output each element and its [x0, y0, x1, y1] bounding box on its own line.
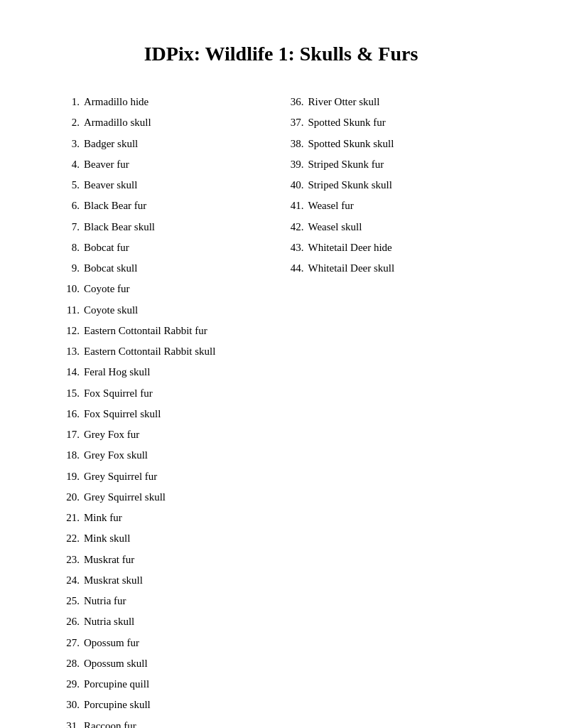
list-item: 25. Nutria fur	[57, 593, 281, 609]
item-text: Bobcat fur	[84, 240, 281, 256]
item-text: Black Bear fur	[84, 198, 281, 214]
list-item: 23. Muskrat fur	[57, 552, 281, 568]
item-number: 39.	[281, 156, 304, 173]
item-text: Striped Skunk skull	[308, 177, 506, 193]
item-number: 3.	[57, 136, 80, 152]
item-text: Bobcat skull	[84, 260, 281, 277]
item-text: Eastern Cottontail Rabbit fur	[84, 323, 281, 339]
item-text: Spotted Skunk skull	[308, 136, 506, 152]
list-item: 29. Porcupine quill	[57, 676, 281, 692]
item-text: Fox Squirrel fur	[84, 385, 281, 402]
item-number: 20.	[57, 489, 80, 505]
item-number: 23.	[57, 552, 80, 568]
item-text: Grey Squirrel fur	[84, 469, 281, 485]
item-text: Feral Hog skull	[84, 364, 281, 380]
item-text: Whitetail Deer hide	[308, 240, 506, 256]
item-text: Striped Skunk fur	[308, 156, 506, 173]
list-item: 36. River Otter skull	[281, 94, 506, 110]
item-text: Porcupine skull	[84, 697, 281, 713]
item-number: 26.	[57, 614, 80, 630]
item-text: Opossum skull	[84, 655, 281, 672]
item-text: Opossum fur	[84, 635, 281, 651]
item-text: Grey Squirrel skull	[84, 489, 281, 505]
list-item: 6. Black Bear fur	[57, 198, 281, 214]
right-column: 36. River Otter skull 37. Spotted Skunk …	[281, 94, 506, 728]
list-container: 1. Armadillo hide 2. Armadillo skull 3. …	[57, 94, 505, 728]
item-number: 7.	[57, 219, 80, 235]
list-item: 20. Grey Squirrel skull	[57, 489, 281, 505]
list-item: 5. Beaver skull	[57, 177, 281, 193]
item-number: 41.	[281, 198, 304, 214]
list-item: 13. Eastern Cottontail Rabbit skull	[57, 343, 281, 360]
list-item: 9. Bobcat skull	[57, 260, 281, 277]
list-item: 43. Whitetail Deer hide	[281, 240, 506, 256]
item-text: Coyote fur	[84, 281, 281, 297]
list-item: 30. Porcupine skull	[57, 697, 281, 713]
list-item: 31. Raccoon fur	[57, 718, 281, 729]
item-text: Badger skull	[84, 136, 281, 152]
item-text: Eastern Cottontail Rabbit skull	[84, 343, 281, 360]
item-text: Grey Fox skull	[84, 447, 281, 464]
list-item: 18. Grey Fox skull	[57, 447, 281, 464]
item-number: 42.	[281, 219, 304, 235]
item-number: 5.	[57, 177, 80, 193]
list-item: 21. Mink fur	[57, 510, 281, 526]
list-item: 4. Beaver fur	[57, 156, 281, 173]
item-number: 38.	[281, 136, 304, 152]
list-item: 44. Whitetail Deer skull	[281, 260, 506, 277]
list-item: 14. Feral Hog skull	[57, 364, 281, 380]
item-text: Grey Fox fur	[84, 427, 281, 443]
item-number: 36.	[281, 94, 304, 110]
list-item: 40. Striped Skunk skull	[281, 177, 506, 193]
item-text: Muskrat skull	[84, 572, 281, 589]
list-item: 27. Opossum fur	[57, 635, 281, 651]
list-item: 41. Weasel fur	[281, 198, 506, 214]
list-item: 39. Striped Skunk fur	[281, 156, 506, 173]
item-text: Black Bear skull	[84, 219, 281, 235]
page-title: IDPix: Wildlife 1: Skulls & Furs	[57, 43, 505, 65]
item-number: 21.	[57, 510, 80, 526]
item-text: Armadillo skull	[84, 114, 281, 131]
item-number: 44.	[281, 260, 304, 277]
item-number: 43.	[281, 240, 304, 256]
item-number: 6.	[57, 198, 80, 214]
item-number: 17.	[57, 427, 80, 443]
item-number: 19.	[57, 469, 80, 485]
list-item: 19. Grey Squirrel fur	[57, 469, 281, 485]
item-text: Armadillo hide	[84, 94, 281, 110]
list-item: 37. Spotted Skunk fur	[281, 114, 506, 131]
item-number: 15.	[57, 385, 80, 402]
item-text: Muskrat fur	[84, 552, 281, 568]
list-item: 26. Nutria skull	[57, 614, 281, 630]
item-number: 2.	[57, 114, 80, 131]
item-number: 31.	[57, 718, 80, 729]
item-text: Whitetail Deer skull	[308, 260, 506, 277]
item-text: River Otter skull	[308, 94, 506, 110]
list-item: 3. Badger skull	[57, 136, 281, 152]
list-item: 11. Coyote skull	[57, 302, 281, 318]
item-number: 28.	[57, 655, 80, 672]
item-number: 14.	[57, 364, 80, 380]
list-item: 16. Fox Squirrel skull	[57, 406, 281, 422]
item-number: 40.	[281, 177, 304, 193]
item-number: 4.	[57, 156, 80, 173]
item-text: Raccoon fur	[84, 718, 281, 729]
list-item: 10. Coyote fur	[57, 281, 281, 297]
item-text: Coyote skull	[84, 302, 281, 318]
item-number: 16.	[57, 406, 80, 422]
item-text: Spotted Skunk fur	[308, 114, 506, 131]
item-number: 8.	[57, 240, 80, 256]
item-number: 10.	[57, 281, 80, 297]
list-item: 22. Mink skull	[57, 530, 281, 547]
item-text: Nutria skull	[84, 614, 281, 630]
item-text: Porcupine quill	[84, 676, 281, 692]
page-container: IDPix: Wildlife 1: Skulls & Furs 1. Arma…	[0, 0, 562, 728]
item-number: 18.	[57, 447, 80, 464]
item-number: 1.	[57, 94, 80, 110]
list-item: 24. Muskrat skull	[57, 572, 281, 589]
list-item: 1. Armadillo hide	[57, 94, 281, 110]
list-item: 42. Weasel skull	[281, 219, 506, 235]
list-item: 12. Eastern Cottontail Rabbit fur	[57, 323, 281, 339]
item-number: 22.	[57, 530, 80, 547]
list-item: 2. Armadillo skull	[57, 114, 281, 131]
